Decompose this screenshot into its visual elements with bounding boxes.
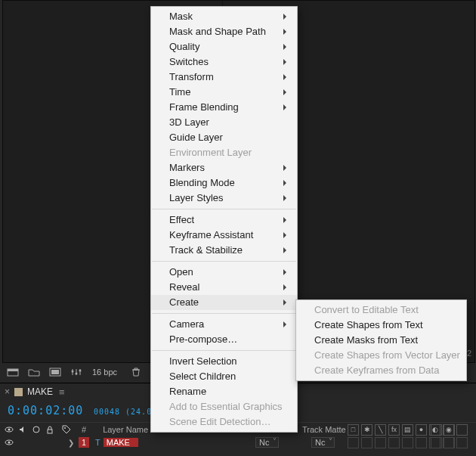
svg-rect-1 xyxy=(8,369,18,371)
submenu-item-convert-to-editable-text: Convert to Editable Text xyxy=(296,302,466,318)
menu-item-open[interactable]: Open xyxy=(151,265,297,280)
quality-switch-icon[interactable]: ╲ xyxy=(375,424,386,436)
speaker-icon[interactable] xyxy=(18,425,27,434)
twirl-icon[interactable]: ❯ xyxy=(68,439,74,447)
menu-separator xyxy=(152,261,296,262)
parent-header xyxy=(431,424,468,436)
layer-fx-switch[interactable] xyxy=(388,437,400,448)
submenu-item-create-masks-from-text[interactable]: Create Masks from Text xyxy=(296,333,466,348)
menu-item-transform[interactable]: Transform xyxy=(151,70,297,85)
track-matte-header: Track Matte xyxy=(302,425,346,434)
menu-item-reveal[interactable]: Reveal xyxy=(151,280,297,295)
solo-icon[interactable] xyxy=(32,425,41,434)
menu-item-mask[interactable]: Mask xyxy=(151,9,297,24)
menu-item-invert-selection[interactable]: Invert Selection xyxy=(151,354,297,369)
comp-tab-label[interactable]: MAKE xyxy=(27,386,53,397)
layer-name[interactable]: MAKE xyxy=(104,438,138,447)
layer-dur[interactable] xyxy=(456,437,468,448)
layer-out[interactable] xyxy=(444,437,455,448)
trash-icon[interactable] xyxy=(129,366,143,378)
frameblend-switch-icon[interactable]: ▤ xyxy=(402,424,413,436)
menu-item-environment-layer: Environment Layer xyxy=(151,145,297,160)
layer-row[interactable]: ❯ 1 T MAKE Nc Nc xyxy=(0,436,476,450)
submenu-item-create-shapes-from-vector-layer: Create Shapes from Vector Layer xyxy=(296,348,466,363)
layer-shy-switch[interactable] xyxy=(348,437,359,448)
menu-item-rename[interactable]: Rename xyxy=(151,384,297,399)
menu-separator xyxy=(152,350,296,351)
layer-lock-icon[interactable] xyxy=(45,438,54,447)
menu-item-track-stabilize[interactable]: Track & Stabilize xyxy=(151,243,297,258)
adjust-icon[interactable] xyxy=(70,366,83,378)
layer-context-menu: MaskMask and Shape PathQualitySwitchesTr… xyxy=(150,6,298,433)
create-submenu: Convert to Editable TextCreate Shapes fr… xyxy=(295,299,467,381)
layer-collapse-switch[interactable] xyxy=(361,437,372,448)
submenu-item-create-keyframes-from-data: Create Keyframes from Data xyxy=(296,363,466,378)
collapse-switch-icon[interactable]: ✱ xyxy=(361,424,372,436)
menu-item-create[interactable]: Create xyxy=(151,295,297,310)
layer-audio-icon[interactable] xyxy=(18,438,27,447)
layer-quality-switch[interactable] xyxy=(375,437,386,448)
menu-item-markers[interactable]: Markers xyxy=(151,160,297,175)
menu-item-mask-and-shape-path[interactable]: Mask and Shape Path xyxy=(151,24,297,39)
in-header xyxy=(431,424,442,436)
layer-parent-cells xyxy=(431,437,468,448)
menu-item-add-to-essential-graphics: Add to Essential Graphics xyxy=(151,399,297,414)
layer-solo-icon[interactable] xyxy=(32,438,41,447)
lock-icon[interactable] xyxy=(45,425,54,434)
svg-point-6 xyxy=(79,370,82,372)
index-header: # xyxy=(82,425,86,434)
timeline-footer xyxy=(0,449,476,456)
menu-item-blending-mode[interactable]: Blending Mode xyxy=(151,175,297,191)
layer-in[interactable] xyxy=(431,437,442,448)
blend-mode-select[interactable]: Nc xyxy=(255,437,279,448)
shy-switch-icon[interactable]: □ xyxy=(348,424,359,436)
menu-item-time[interactable]: Time xyxy=(151,85,297,100)
tab-close-icon[interactable]: × xyxy=(5,386,10,397)
menu-item-quality[interactable]: Quality xyxy=(151,39,297,54)
menu-item-layer-styles[interactable]: Layer Styles xyxy=(151,191,297,206)
menu-item-3d-layer[interactable]: 3D Layer xyxy=(151,115,297,130)
out-header xyxy=(444,424,455,436)
dur-header xyxy=(456,424,468,436)
eye-icon[interactable] xyxy=(5,425,14,434)
comp-icon[interactable] xyxy=(48,366,62,378)
label-header-icon[interactable] xyxy=(62,425,71,434)
svg-point-4 xyxy=(72,371,74,373)
svg-point-14 xyxy=(8,442,11,444)
zoom-label: 2 xyxy=(467,349,471,358)
menu-item-effect[interactable]: Effect xyxy=(151,212,297,228)
menu-separator xyxy=(152,209,296,209)
av-switches-header xyxy=(5,425,54,434)
submenu-item-create-shapes-from-text[interactable]: Create Shapes from Text xyxy=(296,318,466,333)
layer-frameblend-switch[interactable] xyxy=(402,437,413,448)
menu-item-camera[interactable]: Camera xyxy=(151,317,297,332)
menu-item-scene-edit-detection: Scene Edit Detection… xyxy=(151,414,297,430)
menu-item-keyframe-assistant[interactable]: Keyframe Assistant xyxy=(151,228,297,243)
svg-point-5 xyxy=(76,373,78,375)
menu-separator xyxy=(152,313,296,314)
fx-switch-icon[interactable]: fx xyxy=(388,424,400,436)
svg-point-9 xyxy=(8,429,11,431)
menu-item-pre-compose[interactable]: Pre-compose… xyxy=(151,332,297,347)
track-matte-select[interactable]: Nc xyxy=(311,437,335,448)
layer-av-switches xyxy=(5,438,54,447)
layer-eye-icon[interactable] xyxy=(5,438,14,447)
menu-item-guide-layer[interactable]: Guide Layer xyxy=(151,130,297,145)
svg-rect-11 xyxy=(48,430,52,433)
bit-depth-label[interactable]: 16 bpc xyxy=(92,368,117,377)
timecode[interactable]: 0:00:02:00 xyxy=(8,404,83,417)
layer-motionblur-switch[interactable] xyxy=(416,437,427,448)
svg-rect-3 xyxy=(51,370,59,374)
menu-item-frame-blending[interactable]: Frame Blending xyxy=(151,100,297,115)
menu-item-select-children[interactable]: Select Children xyxy=(151,369,297,384)
tab-menu-icon[interactable]: ≡ xyxy=(59,386,65,398)
motionblur-switch-icon[interactable]: ● xyxy=(416,424,427,436)
menu-item-switches[interactable]: Switches xyxy=(151,54,297,70)
svg-point-12 xyxy=(64,427,66,429)
layer-type-icon: T xyxy=(95,438,100,447)
comp-color-swatch xyxy=(14,388,23,396)
bin-icon[interactable] xyxy=(6,366,20,378)
folder-icon[interactable] xyxy=(27,366,41,378)
layer-name-header[interactable]: Layer Name xyxy=(103,425,148,434)
layer-index: 1 xyxy=(79,437,89,448)
